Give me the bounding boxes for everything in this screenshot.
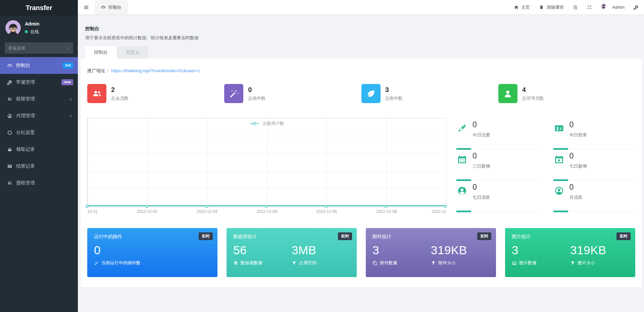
- sidebar-item-label: 代理管理: [16, 113, 35, 119]
- stat-label: 三日新增: [473, 163, 539, 169]
- sidebar-item-label: 常规管理: [16, 79, 35, 85]
- tab-custom[interactable]: 自定义: [117, 46, 149, 58]
- summary-stats: 2总会员数 0总插件数 3总附件数 4总管理员数: [87, 84, 635, 103]
- sidebar-item-label: 领取记录: [16, 146, 35, 152]
- stat-seven-day-new: 0 七日新增: [553, 149, 636, 180]
- home-label: 主页: [521, 4, 530, 10]
- chart-x-labels: 12-012022-12-022022-12-032022-12-042022-…: [87, 207, 446, 216]
- sidebar-item-label: 控制台: [16, 62, 30, 69]
- circle-icon: [7, 130, 12, 135]
- funnel-icon: [431, 261, 436, 266]
- card-metric-label: 数据表数量: [241, 260, 262, 266]
- legend-label: 注册用户数: [262, 121, 284, 127]
- stat-seven-day-active: 0 七日活跃: [456, 180, 539, 212]
- sidebar-item-dashboard[interactable]: 控制台 hot: [0, 57, 78, 74]
- stat-value: 0: [569, 149, 636, 161]
- card-title: 数据库统计: [233, 234, 350, 240]
- expand-arrows-icon: [587, 5, 592, 10]
- stat-label: 总管理员数: [522, 95, 544, 101]
- chart-legend[interactable]: 注册用户数: [250, 121, 284, 127]
- fullscreen-button[interactable]: [587, 5, 592, 10]
- card-metric-label: 附件大小: [438, 260, 456, 266]
- chevron-left-icon: ‹: [70, 114, 73, 118]
- card-title: 附件统计: [373, 234, 489, 240]
- home-icon: [514, 5, 519, 10]
- stat-value: 0: [569, 118, 636, 129]
- stat-label: 今日登录: [569, 132, 636, 138]
- realtime-badge: 实时: [477, 232, 491, 240]
- card-title: 图片统计: [512, 234, 629, 240]
- document-icon: [573, 5, 578, 10]
- id-card-icon: [554, 123, 564, 133]
- sidebar-item-agent[interactable]: 代理管理 ‹: [0, 107, 78, 124]
- card-database-stats: 数据库统计 实时 56 数据表数量 3MB 占用空间: [227, 228, 357, 277]
- user-menu[interactable]: Admin: [601, 3, 625, 12]
- x-tick-label: 2022-12-05: [316, 209, 337, 214]
- topbar: 控制台 主页 清除缓存 Admin: [78, 0, 644, 14]
- realtime-badge: 实时: [199, 232, 213, 240]
- language-button[interactable]: [573, 5, 578, 10]
- user-icon: [498, 84, 517, 103]
- stat-total-admins: 4总管理员数: [498, 84, 635, 103]
- home-button[interactable]: 主页: [514, 4, 530, 10]
- sidebar-item-label: 分红设置: [16, 130, 35, 136]
- funnel-icon: [292, 261, 297, 266]
- sidebar-item-label: 权限管理: [16, 96, 35, 102]
- search-icon[interactable]: [67, 46, 70, 51]
- hamburger-icon[interactable]: [78, 0, 95, 14]
- sidebar-item-license[interactable]: 授权管理: [0, 175, 78, 191]
- calendar-plus-icon: [554, 154, 564, 165]
- x-tick-label: 2022-12: [432, 209, 446, 214]
- sidebar-item-label: 结算记录: [16, 163, 35, 169]
- online-status: 在线: [30, 29, 39, 35]
- card-metric-label: 图片数量: [519, 260, 537, 266]
- sidebar-item-general[interactable]: 常规管理 new: [0, 74, 78, 91]
- users-icon: [7, 96, 12, 102]
- sidebar-menu: 控制台 hot 常规管理 new 权限管理 ‹ 代理管理 ‹ 分红设置 领取记录: [0, 57, 78, 191]
- search-input[interactable]: [8, 46, 67, 51]
- sidebar-item-auth[interactable]: 权限管理 ‹: [0, 91, 78, 107]
- user-name: Admin: [25, 21, 40, 27]
- sidebar-item-settle-records[interactable]: 结算记录: [0, 158, 78, 175]
- funnel-icon: [570, 261, 575, 266]
- chevron-left-icon: ‹: [70, 97, 73, 101]
- card-attachment-stats: 附件统计 实时 3 附件数量 319KB 附件大小: [366, 228, 496, 277]
- stat-label: 总会员数: [111, 95, 129, 101]
- settings-button[interactable]: [634, 5, 639, 10]
- main-wrapper: 控制台 用于展示当前系统中的统计数据、统计报表及重要实时数据 控制台 自定义 推…: [78, 14, 644, 312]
- tab-dashboard[interactable]: 控制台: [85, 46, 116, 58]
- topbar-tab-dashboard[interactable]: 控制台: [95, 0, 128, 14]
- user-panel: Admin 在线: [0, 16, 78, 39]
- new-badge: new: [61, 79, 73, 85]
- user-circle-icon: [7, 113, 12, 119]
- stat-value: 0: [473, 180, 539, 192]
- rocket-icon: [457, 123, 467, 133]
- card-metric-label: 图片大小: [578, 260, 595, 266]
- sidebar-item-claim-records[interactable]: 领取记录: [0, 141, 78, 158]
- stat-label: 今日注册: [473, 132, 539, 138]
- x-tick-label: 2022-12-06: [376, 209, 397, 214]
- user-circle-outline-icon: [554, 186, 564, 196]
- promotion-row: 推广地址： https://thekking.top/?l=en&invite=…: [87, 68, 635, 74]
- hot-badge: hot: [63, 62, 73, 68]
- cc-icon: [7, 164, 12, 169]
- x-tick-label: 2022-12-02: [137, 209, 157, 214]
- sidebar-item-dividend[interactable]: 分红设置: [0, 124, 78, 141]
- database-icon: [233, 261, 238, 266]
- x-tick-label: 12-01: [87, 209, 98, 214]
- registered-users-chart: 注册用户数 12-012022-12-022022-12-032022-12-0…: [87, 118, 446, 216]
- cake-icon: [7, 147, 12, 152]
- promotion-link[interactable]: https://thekking.top/?l=en&invite=51&use…: [111, 68, 200, 73]
- magic-wand-icon: [224, 84, 243, 103]
- avatar: [601, 3, 610, 12]
- gears-icon: [634, 5, 639, 10]
- realtime-badge: 实时: [338, 232, 352, 240]
- stat-label: 七日新增: [569, 163, 636, 169]
- topbar-nav: 主页 清除缓存 Admin: [514, 0, 644, 14]
- stat-label: 七日活跃: [473, 194, 539, 200]
- trash-icon: [539, 5, 544, 10]
- stat-total-attachments: 3总附件数: [361, 84, 498, 103]
- image-icon: [512, 261, 517, 266]
- clear-cache-button[interactable]: 清除缓存: [539, 4, 564, 10]
- card-running-plugins: 运行中的插件 实时 0 当前运行中的插件数: [87, 228, 217, 277]
